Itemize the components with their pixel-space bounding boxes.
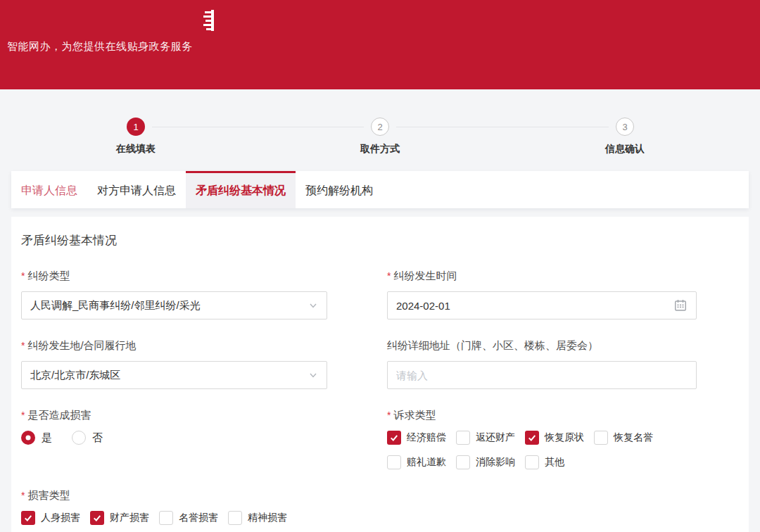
checkbox-mental-damage[interactable]: 精神损害 xyxy=(228,511,287,525)
checkbox-restore-original-state[interactable]: 恢复原状 xyxy=(525,431,584,445)
radio-no[interactable]: 否 xyxy=(72,431,103,445)
section-title: 矛盾纠纷基本情况 xyxy=(21,232,739,248)
step-circle-1: 1 xyxy=(127,118,145,136)
tab-reserve-resolution-org[interactable]: 预约解纷机构 xyxy=(296,171,383,208)
checkbox-personal-injury[interactable]: 人身损害 xyxy=(21,511,80,525)
checkbox-unchecked-icon xyxy=(228,511,242,525)
chevron-down-icon xyxy=(308,300,318,310)
required-asterisk: * xyxy=(387,409,391,422)
checkbox-label: 赔礼道歉 xyxy=(407,456,446,469)
app-header: 智能网办，为您提供在线贴身政务服务 xyxy=(0,0,760,89)
checkbox-unchecked-icon xyxy=(159,511,173,525)
checkbox-label: 经济赔偿 xyxy=(407,431,446,444)
field-label: * 纠纷发生地/合同履行地 xyxy=(21,339,327,353)
field-label: * 诉求类型 xyxy=(387,409,697,422)
checkbox-checked-icon xyxy=(387,431,401,445)
checkbox-formal-apology[interactable]: 赔礼道歉 xyxy=(387,455,446,469)
checkbox-return-property[interactable]: 返还财产 xyxy=(456,431,515,445)
radio-yes-label: 是 xyxy=(42,431,52,445)
claim-type-label: 诉求类型 xyxy=(393,409,436,422)
checkbox-label: 消除影响 xyxy=(476,456,515,469)
form-tabbar: 申请人信息 对方申请人信息 矛盾纠纷基本情况 预约解纷机构 xyxy=(11,171,749,208)
dispute-type-select[interactable]: 人民调解_民商事纠纷/邻里纠纷/采光 xyxy=(21,291,327,319)
check-icon xyxy=(23,513,33,523)
damage-type-checkbox-group: 人身损害 财产损害 名誉损害 精神损害 xyxy=(21,511,327,525)
field-damage-type: * 损害类型 人身损害 财产损害 xyxy=(21,489,327,525)
step-circle-2: 2 xyxy=(371,118,389,136)
checkbox-reputation-damage[interactable]: 名誉损害 xyxy=(159,511,218,525)
step-label-info-confirm: 信息确认 xyxy=(605,143,645,156)
checkbox-economic-compensation[interactable]: 经济赔偿 xyxy=(387,431,446,445)
checkbox-unchecked-icon xyxy=(594,431,608,445)
step-connector xyxy=(152,127,364,127)
checkbox-checked-icon xyxy=(21,511,35,525)
field-dispute-type: * 纠纷类型 人民调解_民商事纠纷/邻里纠纷/采光 xyxy=(21,270,327,319)
required-asterisk: * xyxy=(21,489,25,502)
required-asterisk: * xyxy=(21,339,25,353)
dispute-address-input[interactable] xyxy=(396,369,688,381)
step-connector xyxy=(396,127,609,127)
check-icon xyxy=(527,433,537,443)
checkbox-label: 人身损害 xyxy=(41,512,80,524)
dispute-place-label: 纠纷发生地/合同履行地 xyxy=(27,339,136,353)
checkbox-label: 精神损害 xyxy=(248,512,287,524)
field-claim-type: * 诉求类型 经济赔偿 返还财产 xyxy=(387,409,697,469)
field-label: * 纠纷发生时间 xyxy=(387,270,697,283)
field-damage-caused: * 是否造成损害 是 否 xyxy=(21,409,327,445)
step-label-online-form: 在线填表 xyxy=(116,143,156,156)
check-icon xyxy=(389,433,399,443)
header-tagline: 智能网办，为您提供在线贴身政务服务 xyxy=(7,40,193,53)
dispute-time-value: 2024-02-01 xyxy=(396,300,450,312)
dispute-place-value: 北京/北京市/东城区 xyxy=(30,369,120,382)
tab-applicant-info[interactable]: 申请人信息 xyxy=(11,171,87,208)
tab-dispute-basic-info[interactable]: 矛盾纠纷基本情况 xyxy=(186,171,296,208)
field-label: 纠纷详细地址（门牌、小区、楼栋、居委会） xyxy=(387,339,697,353)
required-asterisk: * xyxy=(387,270,391,283)
checkbox-other[interactable]: 其他 xyxy=(525,455,564,469)
field-dispute-address: 纠纷详细地址（门牌、小区、楼栋、居委会） xyxy=(387,339,697,389)
checkbox-label: 返还财产 xyxy=(476,431,515,444)
required-asterisk: * xyxy=(21,409,25,422)
radio-yes[interactable]: 是 xyxy=(21,431,52,445)
required-asterisk: * xyxy=(21,270,25,283)
checkbox-eliminate-influence[interactable]: 消除影响 xyxy=(456,455,515,469)
field-label: * 纠纷类型 xyxy=(21,270,327,283)
damage-caused-label: 是否造成损害 xyxy=(27,409,91,422)
checkbox-label: 名誉损害 xyxy=(179,512,218,524)
dispute-type-label: 纠纷类型 xyxy=(27,270,70,283)
dispute-basic-info-panel: 矛盾纠纷基本情况 * 纠纷类型 人民调解_民商事纠纷/邻里纠纷/采光 * xyxy=(11,217,749,532)
chevron-down-icon xyxy=(308,370,318,380)
checkbox-unchecked-icon xyxy=(456,431,470,445)
checkbox-property-damage[interactable]: 财产损害 xyxy=(90,511,149,525)
damage-type-label: 损害类型 xyxy=(27,489,70,502)
radio-no-label: 否 xyxy=(92,431,103,445)
calendar-icon xyxy=(673,298,688,312)
checkbox-label: 恢复原状 xyxy=(545,431,584,444)
checkbox-checked-icon xyxy=(525,431,539,445)
step-label-pickup-method: 取件方式 xyxy=(360,143,400,156)
checkbox-label: 其他 xyxy=(545,456,564,469)
radio-unchecked-icon xyxy=(72,431,86,445)
dispute-time-picker[interactable]: 2024-02-01 xyxy=(387,291,697,319)
step-circle-3: 3 xyxy=(616,118,634,136)
field-label: * 是否造成损害 xyxy=(21,409,327,422)
field-dispute-time: * 纠纷发生时间 2024-02-01 xyxy=(387,270,697,319)
dispute-address-label: 纠纷详细地址（门牌、小区、楼栋、居委会） xyxy=(387,339,598,353)
logo-mark-icon xyxy=(203,9,217,33)
check-icon xyxy=(92,513,102,523)
dispute-address-control xyxy=(387,361,697,389)
claim-type-checkbox-group: 经济赔偿 返还财产 恢复原状 恢复名誉 xyxy=(387,431,697,469)
checkbox-restore-reputation[interactable]: 恢复名誉 xyxy=(594,431,653,445)
dispute-place-select[interactable]: 北京/北京市/东城区 xyxy=(21,361,327,389)
tab-counterparty-info[interactable]: 对方申请人信息 xyxy=(87,171,186,208)
checkbox-unchecked-icon xyxy=(387,455,401,469)
field-label: * 损害类型 xyxy=(21,489,327,502)
page: 智能网办，为您提供在线贴身政务服务 1 2 3 在线填表 取件方式 信息确认 申… xyxy=(0,0,760,532)
damage-caused-radio-group: 是 否 xyxy=(21,431,327,445)
progress-stepper: 1 2 3 在线填表 取件方式 信息确认 xyxy=(0,89,760,171)
checkbox-label: 财产损害 xyxy=(110,512,149,524)
dispute-type-value: 人民调解_民商事纠纷/邻里纠纷/采光 xyxy=(30,299,201,312)
dispute-time-label: 纠纷发生时间 xyxy=(393,270,457,283)
checkbox-checked-icon xyxy=(90,511,104,525)
radio-checked-icon xyxy=(21,431,35,445)
